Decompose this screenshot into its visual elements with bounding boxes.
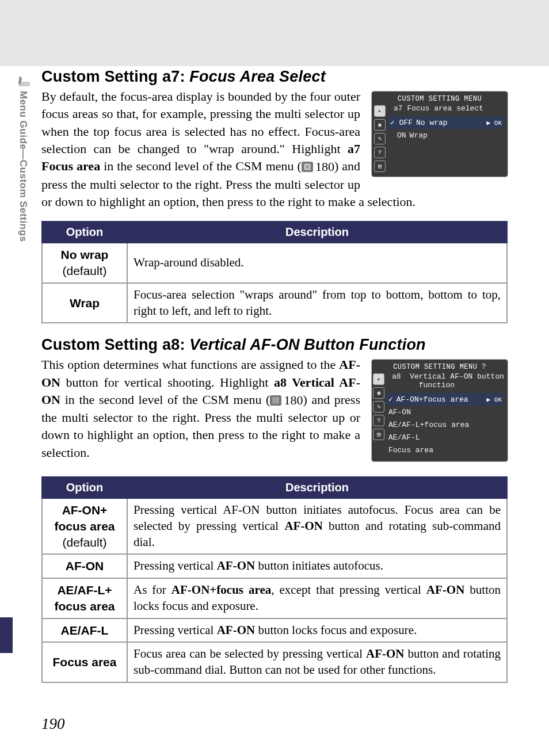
col-option: Option: [42, 477, 127, 498]
page-icon: ▤: [374, 161, 386, 172]
lcd-screenshot-a8: CUSTOM SETTING MENU ? ▸ ◉ ✎ Y ▤ a8 Verti…: [372, 360, 508, 461]
lcd-option: ✓AF-ON+focus area▶ OK: [386, 393, 504, 406]
lcd-option-wrap: ONWrap: [388, 129, 504, 142]
lcd-subtitle: a8 Vertical AF-ON button function: [386, 372, 504, 390]
lcd-title: CUSTOM SETTING MENU ?: [372, 363, 508, 371]
playback-icon: ▸: [373, 373, 384, 385]
help-icon: ?: [482, 363, 486, 371]
page-xref: 180: [302, 158, 334, 175]
table-row: Focus area Focus area can be selected by…: [42, 642, 507, 682]
page-ref-icon: [270, 395, 281, 406]
pencil-icon: [17, 74, 31, 87]
lcd-subtitle: a7 Focus area select: [388, 104, 504, 113]
table-row: AE/AF-L+ focus area As for AF-ON+focus a…: [42, 578, 507, 618]
table-row: Wrap Focus-area selection "wraps around"…: [42, 283, 507, 323]
col-description: Description: [127, 477, 507, 498]
lcd-screenshot-a7: CUSTOM SETTING MENU ▸ ◉ ✎ Y ▤ a7 Focus a…: [372, 91, 508, 177]
table-row: AE/AF-L Pressing vertical AF-ON button l…: [42, 618, 507, 643]
lcd-option: AE/AF-L: [386, 432, 504, 444]
page-number: 190: [41, 715, 65, 733]
page-ref-icon: [302, 162, 313, 172]
lcd-option: Focus area: [386, 444, 504, 456]
side-tab-label: Menu Guide—Custom Settings: [17, 91, 29, 242]
side-tab: Menu Guide—Custom Settings: [17, 74, 35, 637]
table-a8: OptionDescription AF-ON+ focus area(defa…: [41, 476, 508, 682]
heading-a8: Custom Setting a8: Vertical AF-ON Button…: [41, 336, 508, 354]
table-row: No wrap(default) Wrap-around disabled.: [42, 243, 507, 282]
thumb-index-bar: [0, 617, 13, 653]
pencil-icon: ✎: [374, 133, 386, 144]
lcd-option: AE/AF-L+focus area: [386, 419, 504, 431]
page-xref: 180: [270, 392, 303, 409]
heading-a7: Custom Setting a7: Focus Area Select: [41, 68, 508, 86]
wrench-icon: Y: [374, 147, 386, 158]
lcd-title: CUSTOM SETTING MENU: [372, 95, 508, 103]
lcd-option-no-wrap: ✓ OFFNo wrap▶ OK: [388, 116, 504, 129]
page-icon: ▤: [373, 429, 384, 440]
pencil-icon: ✎: [373, 401, 384, 413]
wrench-icon: Y: [373, 415, 384, 426]
lcd-side-icons: ▸ ◉ ✎ Y ▤: [372, 104, 388, 172]
lcd-side-icons: ▸ ◉ ✎ Y ▤: [372, 372, 386, 457]
camera-icon: ◉: [374, 119, 386, 131]
lcd-option: AF-ON: [386, 406, 504, 418]
table-row: AF-ON+ focus area(default) Pressing vert…: [42, 498, 507, 554]
col-option: Option: [42, 222, 127, 243]
playback-icon: ▸: [374, 105, 386, 117]
svg-rect-2: [272, 397, 279, 404]
table-a7: OptionDescription No wrap(default) Wrap-…: [41, 221, 508, 323]
camera-icon: ◉: [373, 387, 384, 399]
page-header-band: [0, 0, 549, 66]
table-row: AF-ON Pressing vertical AF-ON button ini…: [42, 554, 507, 578]
col-description: Description: [127, 222, 507, 243]
